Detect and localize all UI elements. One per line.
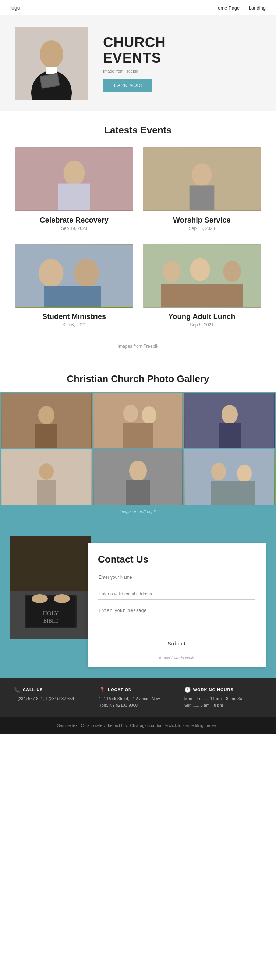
footer-hours-title: 🕐 WORKING HOURS bbox=[184, 687, 262, 693]
contact-name-input[interactable] bbox=[98, 572, 255, 583]
svg-rect-23 bbox=[35, 425, 57, 449]
gallery-section: Christian Church Photo Gallery bbox=[0, 360, 276, 525]
event-name-3: Young Adult Lunch bbox=[143, 312, 260, 321]
event-date-0: Sep 19, 2023 bbox=[16, 226, 133, 231]
svg-rect-20 bbox=[161, 284, 243, 307]
event-name-1: Worship Service bbox=[143, 216, 260, 224]
contact-title: Contact Us bbox=[98, 554, 255, 565]
footer-location-title: 📍 LOCATION bbox=[99, 687, 177, 693]
gallery-caption: Images from Freepik bbox=[0, 506, 276, 514]
event-card-1: Worship Service Sep 15, 2023 bbox=[138, 143, 266, 240]
svg-point-46 bbox=[32, 594, 48, 603]
navigation: logo Home Page Landing bbox=[0, 0, 276, 16]
contact-form: Contact Us Submit Image from Freepik bbox=[87, 543, 266, 667]
event-image-2 bbox=[16, 243, 133, 308]
gallery-grid bbox=[0, 392, 276, 506]
nav-links: Home Page Landing bbox=[207, 5, 266, 11]
events-images-credit: Images from Freepik bbox=[0, 340, 276, 360]
svg-point-17 bbox=[163, 261, 180, 282]
svg-rect-15 bbox=[44, 286, 101, 307]
svg-point-25 bbox=[123, 404, 138, 422]
learn-more-button[interactable]: LEARN MORE bbox=[103, 79, 152, 92]
footer-info-bar: 📞 CALL US T (234) 567-891, T (234) 987-6… bbox=[0, 678, 276, 718]
svg-text:HOLY: HOLY bbox=[43, 610, 59, 616]
hero-image bbox=[15, 27, 88, 100]
contact-email-input[interactable] bbox=[98, 589, 255, 600]
svg-rect-27 bbox=[123, 423, 153, 449]
contact-section: HOLY BIBLE Contact Us Submit Image from … bbox=[0, 525, 276, 678]
nav-home[interactable]: Home Page bbox=[214, 5, 240, 11]
event-name-2: Student Ministries bbox=[16, 312, 133, 321]
svg-rect-3 bbox=[46, 67, 57, 75]
footer-call-text: T (234) 567-891, T (234) 987-654 bbox=[14, 695, 92, 702]
gallery-image-1 bbox=[93, 393, 183, 449]
svg-point-35 bbox=[129, 461, 147, 481]
event-date-3: Sep 8, 2021 bbox=[143, 322, 260, 328]
hero-image-credit: Image from Freepik bbox=[103, 69, 166, 73]
svg-point-18 bbox=[190, 258, 210, 281]
logo: logo bbox=[10, 5, 20, 11]
hero-content: CHURCH EVENTS Image from Freepik LEARN M… bbox=[103, 35, 166, 92]
clock-icon: 🕐 bbox=[184, 687, 191, 693]
footer-call-title: 📞 CALL US bbox=[14, 687, 92, 693]
svg-point-38 bbox=[211, 463, 226, 480]
event-image-1 bbox=[143, 147, 260, 212]
svg-point-10 bbox=[192, 163, 212, 186]
event-card-0: Celebrate Recovery Sep 19, 2023 bbox=[10, 143, 138, 240]
svg-rect-48 bbox=[10, 536, 91, 591]
event-card-3: Young Adult Lunch Sep 8, 2021 bbox=[138, 240, 266, 336]
svg-point-29 bbox=[222, 405, 238, 424]
event-image-0 bbox=[16, 147, 133, 212]
bottom-bar: Sample text. Click to select the text bo… bbox=[0, 718, 276, 734]
svg-point-22 bbox=[38, 406, 54, 425]
hero-person-illustration bbox=[15, 27, 88, 100]
footer-col-call: 📞 CALL US T (234) 567-891, T (234) 987-6… bbox=[10, 687, 95, 708]
location-icon: 📍 bbox=[99, 687, 106, 693]
svg-point-13 bbox=[39, 259, 63, 287]
gallery-image-5 bbox=[184, 449, 275, 505]
contact-submit-button[interactable]: Submit bbox=[98, 636, 255, 651]
event-date-1: Sep 15, 2023 bbox=[143, 226, 260, 231]
hero-section: CHURCH EVENTS Image from Freepik LEARN M… bbox=[0, 16, 276, 111]
hero-title: CHURCH EVENTS bbox=[103, 35, 166, 66]
svg-point-26 bbox=[142, 406, 156, 424]
gallery-image-2 bbox=[184, 393, 275, 449]
svg-rect-40 bbox=[211, 481, 255, 505]
event-date-2: Sep 6, 2021 bbox=[16, 322, 133, 328]
bottom-bar-text: Sample text. Click to select the text bo… bbox=[57, 723, 219, 728]
svg-rect-36 bbox=[126, 480, 150, 505]
contact-image-caption: Image from Freepik bbox=[98, 655, 255, 659]
events-grid: Celebrate Recovery Sep 19, 2023 Worship … bbox=[0, 143, 276, 340]
footer-location-text: 121 Rock Street, 21 Avenue, New York, NY… bbox=[99, 695, 177, 708]
latest-events-section: Latests Events Celebrate Recovery Sep 19… bbox=[0, 111, 276, 360]
event-image-3 bbox=[143, 243, 260, 308]
gallery-image-0 bbox=[1, 393, 92, 449]
svg-rect-11 bbox=[190, 185, 214, 210]
footer-col-hours: 🕐 WORKING HOURS Mon – Fri ...... 11 am –… bbox=[181, 687, 266, 708]
svg-point-14 bbox=[75, 259, 99, 287]
svg-point-2 bbox=[40, 40, 63, 68]
contact-message-input[interactable] bbox=[98, 605, 255, 627]
phone-icon: 📞 bbox=[14, 687, 21, 693]
event-name-0: Celebrate Recovery bbox=[16, 216, 133, 224]
svg-point-47 bbox=[54, 594, 70, 603]
gallery-section-title: Christian Church Photo Gallery bbox=[0, 360, 276, 392]
svg-rect-33 bbox=[37, 480, 56, 505]
contact-image: HOLY BIBLE bbox=[10, 536, 91, 639]
svg-rect-8 bbox=[58, 184, 90, 210]
event-card-2: Student Ministries Sep 6, 2021 bbox=[10, 240, 138, 336]
gallery-image-3 bbox=[1, 449, 92, 505]
footer-col-location: 📍 LOCATION 121 Rock Street, 21 Avenue, N… bbox=[95, 687, 180, 708]
svg-rect-30 bbox=[219, 423, 241, 449]
footer-hours-text: Mon – Fri ...... 11 am – 8 pm, Sat. Sun … bbox=[184, 695, 262, 708]
svg-point-32 bbox=[39, 463, 54, 480]
svg-point-7 bbox=[63, 161, 85, 186]
svg-point-19 bbox=[224, 261, 241, 282]
svg-text:BIBLE: BIBLE bbox=[43, 618, 58, 624]
events-section-title: Latests Events bbox=[0, 111, 276, 143]
nav-landing[interactable]: Landing bbox=[249, 5, 266, 11]
svg-point-39 bbox=[237, 465, 252, 482]
gallery-image-4 bbox=[93, 449, 183, 505]
